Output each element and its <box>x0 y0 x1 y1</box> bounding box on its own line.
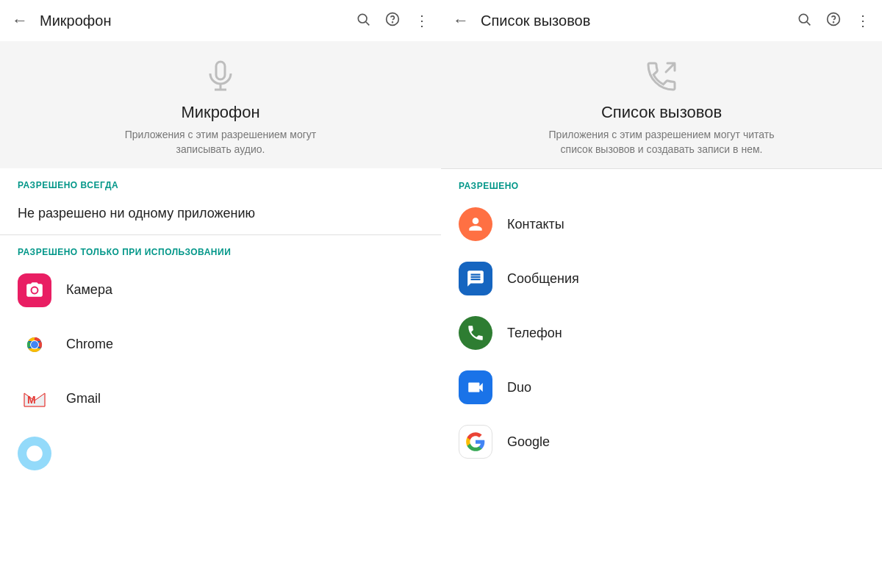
right-topbar-icons: ⋮ <box>797 12 870 30</box>
left-header-title: Микрофон <box>181 103 259 122</box>
left-app-gmail[interactable]: M Gmail <box>0 372 441 426</box>
right-app-google[interactable]: Google <box>441 415 882 469</box>
svg-point-0 <box>358 14 367 23</box>
microphone-icon <box>200 56 241 97</box>
right-more-icon[interactable]: ⋮ <box>856 12 870 29</box>
gmail-app-icon: M <box>18 382 51 416</box>
svg-text:M: M <box>27 394 36 406</box>
svg-line-14 <box>807 21 811 25</box>
right-section-allowed-label: РАЗРЕШЕНО <box>441 169 882 197</box>
left-empty-text: Не разрешено ни одному приложению <box>0 196 441 234</box>
messages-app-name: Сообщения <box>507 271 579 287</box>
svg-point-13 <box>799 14 808 23</box>
svg-point-3 <box>392 21 393 22</box>
svg-point-16 <box>833 21 834 22</box>
right-header-desc: Приложения с этим разрешением могут чита… <box>544 128 779 157</box>
chrome-app-icon <box>18 328 51 362</box>
right-panel-title: Список вызовов <box>481 12 797 29</box>
left-help-icon[interactable] <box>385 12 400 30</box>
right-app-messages[interactable]: Сообщения <box>441 251 882 306</box>
right-header-title: Список вызовов <box>601 103 722 122</box>
right-panel: ← Список вызовов ⋮ Список вызовов <box>441 0 882 588</box>
call-log-icon <box>641 56 682 97</box>
left-header-desc: Приложения с этим разрешением могут запи… <box>103 128 338 157</box>
other-app-icon <box>18 437 51 470</box>
svg-rect-4 <box>216 62 225 79</box>
left-scroll-area: РАЗРЕШЕНО ВСЕГДА Не разрешено ни одному … <box>0 168 441 588</box>
right-scroll-area: РАЗРЕШЕНО Контакты Сообщения <box>441 169 882 588</box>
messages-app-icon <box>459 262 492 295</box>
chrome-app-name: Chrome <box>66 337 113 352</box>
left-topbar-icons: ⋮ <box>356 12 429 30</box>
right-header: Список вызовов Приложения с этим разреше… <box>441 41 882 168</box>
right-help-icon[interactable] <box>826 12 841 30</box>
phone-app-name: Телефон <box>507 326 562 341</box>
left-app-other[interactable] <box>0 426 441 481</box>
contacts-app-icon <box>459 207 492 241</box>
left-panel: ← Микрофон ⋮ Микрофо <box>0 0 441 588</box>
left-header: Микрофон Приложения с этим разрешением м… <box>0 41 441 168</box>
right-app-phone[interactable]: Телефон <box>441 306 882 360</box>
right-search-icon[interactable] <box>797 12 811 30</box>
left-section-while-label: РАЗРЕШЕНО ТОЛЬКО ПРИ ИСПОЛЬЗОВАНИИ <box>0 235 441 263</box>
duo-app-name: Duo <box>507 380 531 395</box>
camera-app-name: Камера <box>66 282 112 298</box>
right-app-duo[interactable]: Duo <box>441 360 882 415</box>
camera-app-icon <box>18 273 51 307</box>
contacts-app-name: Контакты <box>507 217 564 232</box>
left-section-always-label: РАЗРЕШЕНО ВСЕГДА <box>0 168 441 196</box>
google-app-name: Google <box>507 434 550 450</box>
left-app-camera[interactable]: Камера <box>0 263 441 318</box>
duo-app-icon <box>459 370 492 404</box>
google-app-icon <box>459 425 492 459</box>
left-app-chrome[interactable]: Chrome <box>0 318 441 372</box>
left-topbar: ← Микрофон ⋮ <box>0 0 441 41</box>
left-search-icon[interactable] <box>356 12 370 30</box>
gmail-app-name: Gmail <box>66 391 101 406</box>
left-more-icon[interactable]: ⋮ <box>415 12 429 29</box>
right-back-button[interactable]: ← <box>453 11 469 30</box>
right-topbar: ← Список вызовов ⋮ <box>441 0 882 41</box>
left-back-button[interactable]: ← <box>12 11 28 30</box>
svg-line-1 <box>366 21 370 25</box>
phone-app-icon <box>459 316 492 350</box>
left-panel-title: Микрофон <box>40 12 356 29</box>
svg-point-10 <box>31 341 38 348</box>
right-app-contacts[interactable]: Контакты <box>441 197 882 251</box>
